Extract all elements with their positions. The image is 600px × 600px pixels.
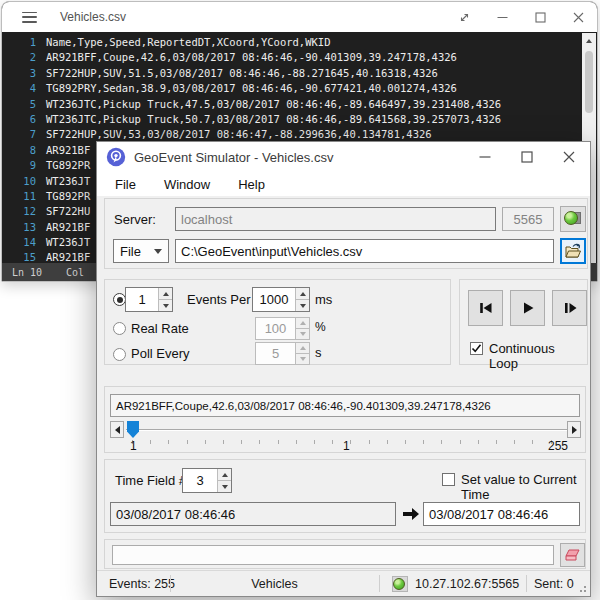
real-rate-radio[interactable] bbox=[113, 322, 126, 335]
arrow-right-icon bbox=[401, 506, 421, 522]
events-count-spinner[interactable]: 1 bbox=[125, 287, 173, 312]
slider-position-label: 1 bbox=[343, 439, 350, 453]
step-forward-icon bbox=[561, 299, 579, 317]
menu-help[interactable]: Help bbox=[228, 177, 275, 192]
line-text: SF722HU bbox=[36, 204, 90, 219]
menu-window[interactable]: Window bbox=[154, 177, 220, 192]
editor-line: 1Name,Type,Speed,ReportedDT,XCoord,YCoor… bbox=[2, 35, 597, 50]
line-text: AR921BFF,Coupe,42.6,03/08/2017 08:46:46,… bbox=[36, 50, 457, 65]
editor-close-button[interactable] bbox=[559, 2, 597, 32]
interval-ms-spinner[interactable]: 1000 bbox=[252, 287, 310, 312]
poll-every-radio[interactable] bbox=[113, 348, 126, 361]
record-group: AR921BFF,Coupe,42.6,03/08/2017 08:46:46,… bbox=[104, 386, 586, 453]
connect-button[interactable] bbox=[560, 206, 586, 232]
line-text: WT236JTC,Pickup Truck,47.5,03/08/2017 08… bbox=[36, 97, 501, 112]
line-number: 4 bbox=[2, 81, 36, 96]
progress-bar bbox=[112, 545, 554, 565]
editor-window-title: Vehicles.csv bbox=[60, 10, 126, 24]
editor-expand-icon[interactable] bbox=[445, 2, 483, 32]
events-count-value: 1 bbox=[126, 288, 158, 311]
line-number: 8 bbox=[2, 143, 36, 158]
set-current-time-label: Set value to Current Time bbox=[461, 472, 585, 502]
screen: Vehicles.csv 1Name,Type,Speed,ReportedDT… bbox=[0, 0, 600, 600]
play-button[interactable] bbox=[510, 290, 545, 326]
connection-group: Server: localhost 5565 File C:\GeoEvent\… bbox=[104, 198, 588, 269]
slider-ticks bbox=[132, 440, 569, 444]
server-port-input[interactable]: 5565 bbox=[502, 207, 554, 231]
continuous-loop-checkbox[interactable] bbox=[470, 342, 483, 355]
editor-col-indicator: Col bbox=[66, 267, 84, 278]
line-number: 9 bbox=[2, 158, 36, 173]
scrollbar-thumb[interactable] bbox=[585, 51, 593, 113]
chevron-down-icon bbox=[154, 249, 162, 254]
editor-maximize-button[interactable] bbox=[521, 2, 559, 32]
source-type-dropdown[interactable]: File bbox=[113, 239, 169, 263]
line-text: WT236JT bbox=[36, 174, 90, 189]
scroll-up-icon[interactable] bbox=[586, 39, 592, 43]
spinner-up-icon[interactable] bbox=[296, 288, 309, 299]
arrow-right-icon bbox=[571, 426, 578, 434]
line-text: AR921BF bbox=[36, 143, 90, 158]
line-number: 12 bbox=[2, 204, 36, 219]
editor-minimize-button[interactable] bbox=[483, 2, 521, 32]
editor-line: 6WT236JTC,Pickup Truck,50.7,03/08/2017 0… bbox=[2, 112, 597, 127]
slider-min-label: 1 bbox=[130, 439, 137, 453]
statusbar-divider bbox=[379, 575, 380, 592]
current-record-field[interactable]: AR921BFF,Coupe,42.6,03/08/2017 08:46:46,… bbox=[110, 394, 580, 417]
real-rate-value: 100 bbox=[256, 318, 295, 339]
server-address: 10.27.102.67:5565 bbox=[415, 571, 519, 596]
sent-count: Sent: 0 bbox=[534, 571, 574, 596]
playback-group: Continuous Loop bbox=[459, 279, 588, 365]
spinner-down-icon[interactable] bbox=[159, 299, 172, 311]
geoevent-app-icon bbox=[106, 147, 126, 167]
menu-hamburger-icon[interactable] bbox=[22, 12, 37, 23]
output-time-field[interactable]: 03/08/2017 08:46:46 bbox=[423, 502, 580, 526]
spinner-up-icon[interactable] bbox=[159, 288, 172, 299]
percent-unit-label: % bbox=[315, 320, 326, 334]
time-group: Time Field # 3 Set value to Current Time… bbox=[104, 459, 586, 533]
line-number: 13 bbox=[2, 220, 36, 235]
editor-line-indicator: Ln 10 bbox=[12, 267, 42, 278]
clear-button[interactable] bbox=[560, 543, 585, 567]
progress-group bbox=[104, 539, 586, 569]
open-folder-icon bbox=[564, 243, 582, 259]
line-number: 5 bbox=[2, 97, 36, 112]
record-slider-thumb[interactable] bbox=[127, 421, 139, 438]
time-field-spinner[interactable]: 3 bbox=[182, 468, 232, 493]
source-type-value: File bbox=[120, 244, 141, 259]
poll-every-label: Poll Every bbox=[131, 346, 190, 361]
slider-right-button[interactable] bbox=[567, 421, 581, 438]
seconds-unit-label: s bbox=[315, 345, 322, 360]
browse-file-button[interactable] bbox=[560, 238, 586, 264]
feed-name: Vehicles bbox=[170, 571, 379, 596]
simulator-close-button[interactable] bbox=[548, 142, 590, 172]
file-path-input[interactable]: C:\GeoEvent\input\Vehicles.csv bbox=[175, 239, 554, 263]
menu-file[interactable]: File bbox=[105, 177, 146, 192]
step-forward-button[interactable] bbox=[552, 290, 587, 326]
arrow-left-icon bbox=[114, 426, 121, 434]
ms-unit-label: ms bbox=[315, 292, 332, 307]
events-count: Events: 255 bbox=[109, 571, 175, 596]
set-current-time-checkbox[interactable] bbox=[442, 473, 455, 486]
editor-line: 2AR921BFF,Coupe,42.6,03/08/2017 08:46:46… bbox=[2, 50, 597, 65]
eraser-icon bbox=[564, 549, 581, 562]
real-rate-label: Real Rate bbox=[131, 321, 189, 336]
poll-seconds-spinner: 5 bbox=[255, 342, 310, 365]
spinner-up-icon[interactable] bbox=[218, 469, 231, 480]
continuous-loop-label: Continuous Loop bbox=[489, 341, 587, 371]
step-back-button[interactable] bbox=[468, 290, 503, 326]
slider-left-button[interactable] bbox=[110, 421, 124, 438]
simulator-maximize-button[interactable] bbox=[506, 142, 548, 172]
server-host-input[interactable]: localhost bbox=[175, 207, 496, 231]
simulator-minimize-button[interactable] bbox=[464, 142, 506, 172]
source-time-field[interactable]: 03/08/2017 08:46:46 bbox=[110, 502, 396, 526]
resize-grip[interactable] bbox=[577, 583, 587, 593]
record-slider-track[interactable] bbox=[126, 429, 567, 431]
line-number: 3 bbox=[2, 66, 36, 81]
line-text: TG892PRY,Sedan,38.9,03/08/2017 08:46:46,… bbox=[36, 81, 457, 96]
line-text: AR921BF bbox=[36, 220, 90, 235]
connection-status-green-icon bbox=[564, 211, 578, 225]
spinner-down-icon[interactable] bbox=[296, 299, 309, 311]
line-text: WT236JTC,Pickup Truck,50.7,03/08/2017 08… bbox=[36, 112, 501, 127]
spinner-down-icon[interactable] bbox=[218, 480, 231, 492]
